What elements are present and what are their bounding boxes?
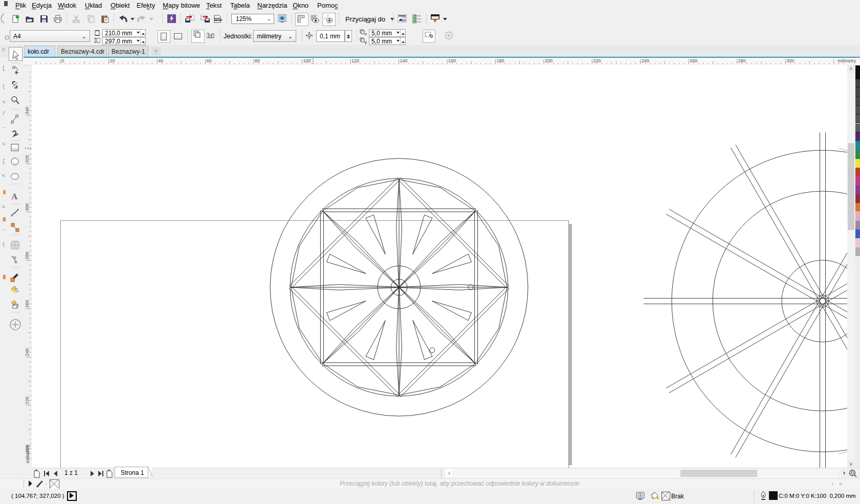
svg-text:200: 200 <box>545 58 553 63</box>
svg-text:[: [ <box>2 158 6 165</box>
svg-text:260: 260 <box>690 58 697 63</box>
svg-text:20: 20 <box>110 58 115 63</box>
svg-text:PDF: PDF <box>215 18 221 21</box>
svg-text:220: 220 <box>593 58 601 63</box>
svg-text:0: 0 <box>61 58 64 63</box>
svg-text:(: ( <box>2 241 6 247</box>
svg-text:<: < <box>2 204 6 210</box>
svg-text:160: 160 <box>448 58 456 63</box>
svg-text:80: 80 <box>255 58 260 63</box>
svg-text:[: [ <box>2 65 6 72</box>
svg-text:<: < <box>2 99 6 105</box>
svg-text:-: - <box>2 124 6 130</box>
svg-text:140: 140 <box>400 58 407 63</box>
svg-text:<: < <box>2 141 6 147</box>
svg-text:120: 120 <box>351 58 359 63</box>
svg-text:40: 40 <box>158 58 163 63</box>
svg-text:-: - <box>2 226 6 233</box>
svg-text:180: 180 <box>496 58 504 63</box>
svg-text:240: 240 <box>642 58 649 63</box>
svg-text:300: 300 <box>786 58 794 63</box>
svg-text:c: c <box>2 47 6 53</box>
svg-text:A: A <box>11 192 18 201</box>
svg-text:60: 60 <box>207 58 212 63</box>
svg-text:280: 280 <box>738 58 746 63</box>
svg-text:/: / <box>2 110 6 117</box>
svg-text:<: < <box>2 173 6 179</box>
svg-text:(: ( <box>2 84 6 90</box>
svg-text:100: 100 <box>303 58 311 63</box>
